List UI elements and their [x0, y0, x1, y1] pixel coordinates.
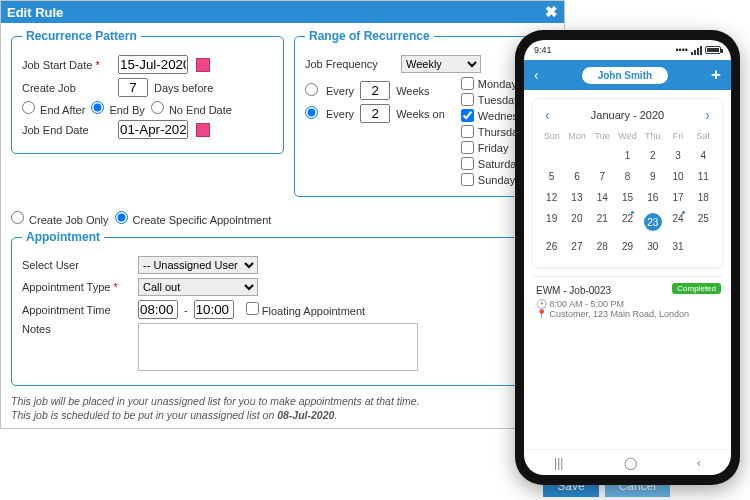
weekday-header: SunMonTueWedThuFriSat: [539, 131, 716, 141]
status-badge: Completed: [672, 283, 721, 294]
appt-type-label: Appointment Type: [22, 281, 110, 293]
recents-icon[interactable]: |||: [554, 456, 563, 470]
phone-time: 9:41: [534, 45, 552, 55]
calendar-day[interactable]: 9: [640, 166, 665, 187]
floating-appt-checkbox[interactable]: Floating Appointment: [246, 302, 365, 317]
calendar-day[interactable]: 12: [539, 187, 564, 208]
phone-mockup: 9:41 •••• ‹ John Smith + ‹ January - 202…: [515, 30, 740, 485]
calendar-day[interactable]: 15: [615, 187, 640, 208]
calendar-day[interactable]: 28: [590, 236, 615, 257]
calendar-day[interactable]: 20: [564, 208, 589, 236]
calendar-day[interactable]: 3: [665, 145, 690, 166]
job-location: 📍 Customer, 123 Main Road, London: [536, 309, 719, 319]
titlebar: Edit Rule ✖: [1, 1, 564, 23]
appt-type-dropdown[interactable]: Call out: [138, 278, 258, 296]
prev-month-icon[interactable]: ‹: [545, 107, 550, 123]
cellular-icon: ••••: [675, 45, 688, 55]
end-by-radio[interactable]: End By: [91, 101, 145, 116]
appt-time-label: Appointment Time: [22, 304, 132, 316]
home-icon[interactable]: ◯: [624, 456, 637, 470]
phone-header: ‹ John Smith +: [524, 60, 731, 90]
calendar-month: January - 2020: [591, 109, 664, 121]
calendar-day[interactable]: 13: [564, 187, 589, 208]
calendar-day[interactable]: 7: [590, 166, 615, 187]
start-date-label: Job Start Date: [22, 59, 92, 71]
close-icon[interactable]: ✖: [545, 3, 558, 21]
calendar-day[interactable]: 11: [691, 166, 716, 187]
every-weeks-radio[interactable]: [305, 83, 320, 98]
battery-icon: [705, 46, 721, 54]
time-to-input[interactable]: [194, 300, 234, 319]
add-icon[interactable]: +: [711, 65, 721, 85]
calendar-day[interactable]: 17: [665, 187, 690, 208]
end-after-radio[interactable]: End After: [22, 101, 85, 116]
calendar-day: [539, 145, 564, 166]
calendar-day[interactable]: 21: [590, 208, 615, 236]
calendar-day[interactable]: 1: [615, 145, 640, 166]
recurrence-pattern-group: Recurrence Pattern Job Start Date * Crea…: [11, 29, 284, 154]
calendar-day[interactable]: 2: [640, 145, 665, 166]
calendar-day: [590, 145, 615, 166]
user-pill[interactable]: John Smith: [582, 67, 668, 84]
range-legend: Range of Recurrence: [305, 29, 434, 43]
select-user-label: Select User: [22, 259, 132, 271]
calendar-day[interactable]: 30: [640, 236, 665, 257]
calendar-day[interactable]: 26: [539, 236, 564, 257]
calendar-grid: 1234567891011121314151617181920212223242…: [539, 145, 716, 257]
calendar-day[interactable]: 24: [665, 208, 690, 236]
edit-rule-dialog: Edit Rule ✖ Recurrence Pattern Job Start…: [0, 0, 565, 429]
calendar-day[interactable]: 25: [691, 208, 716, 236]
calendar-day[interactable]: 22: [615, 208, 640, 236]
calendar-card: ‹ January - 2020 › SunMonTueWedThuFriSat…: [532, 98, 723, 268]
calendar-day: [564, 145, 589, 166]
create-job-only-radio[interactable]: Create Job Only: [11, 211, 109, 226]
create-specific-appt-radio[interactable]: Create Specific Appointment: [115, 211, 272, 226]
calendar-day: [691, 236, 716, 257]
phone-statusbar: 9:41 ••••: [524, 40, 731, 60]
calendar-day[interactable]: 19: [539, 208, 564, 236]
job-card[interactable]: Completed EWM - Job-0023 🕑 8:00 AM - 5:0…: [532, 276, 723, 327]
time-from-input[interactable]: [138, 300, 178, 319]
calendar-day[interactable]: 31: [665, 236, 690, 257]
footnote: This job will be placed in your unassign…: [11, 394, 554, 422]
every-weeks-on-input[interactable]: [360, 104, 390, 123]
calendar-day[interactable]: 8: [615, 166, 640, 187]
every-weeks-on-radio[interactable]: [305, 106, 320, 121]
calendar-day[interactable]: 14: [590, 187, 615, 208]
job-time: 🕑 8:00 AM - 5:00 PM: [536, 299, 719, 309]
appointment-legend: Appointment: [22, 230, 104, 244]
calendar-day[interactable]: 27: [564, 236, 589, 257]
back-nav-icon[interactable]: ‹: [697, 456, 701, 470]
calendar-day[interactable]: 4: [691, 145, 716, 166]
end-date-label: Job End Date: [22, 124, 112, 136]
calendar-day[interactable]: 6: [564, 166, 589, 187]
dialog-title: Edit Rule: [7, 5, 63, 20]
appointment-group: Appointment Select User -- Unassigned Us…: [11, 230, 554, 386]
select-user-dropdown[interactable]: -- Unassigned User --: [138, 256, 258, 274]
no-end-date-radio[interactable]: No End Date: [151, 101, 232, 116]
phone-navbar: ||| ◯ ‹: [524, 449, 731, 475]
calendar-icon[interactable]: [196, 123, 210, 137]
calendar-day[interactable]: 5: [539, 166, 564, 187]
calendar-day[interactable]: 10: [665, 166, 690, 187]
back-icon[interactable]: ‹: [534, 67, 539, 83]
start-date-input[interactable]: [118, 55, 188, 74]
calendar-icon[interactable]: [196, 58, 210, 72]
calendar-day[interactable]: 29: [615, 236, 640, 257]
create-job-days-input[interactable]: [118, 78, 148, 97]
frequency-label: Job Frequency: [305, 58, 395, 70]
signal-icon: [691, 46, 702, 55]
end-date-input[interactable]: [118, 120, 188, 139]
next-month-icon[interactable]: ›: [705, 107, 710, 123]
days-before-label: Days before: [154, 82, 213, 94]
notes-label: Notes: [22, 323, 132, 335]
calendar-day[interactable]: 16: [640, 187, 665, 208]
calendar-day[interactable]: 23: [640, 208, 665, 236]
calendar-day[interactable]: 18: [691, 187, 716, 208]
recurrence-legend: Recurrence Pattern: [22, 29, 141, 43]
frequency-select[interactable]: Weekly: [401, 55, 481, 73]
every-weeks-input[interactable]: [360, 81, 390, 100]
notes-textarea[interactable]: [138, 323, 418, 371]
create-job-label: Create Job: [22, 82, 112, 94]
